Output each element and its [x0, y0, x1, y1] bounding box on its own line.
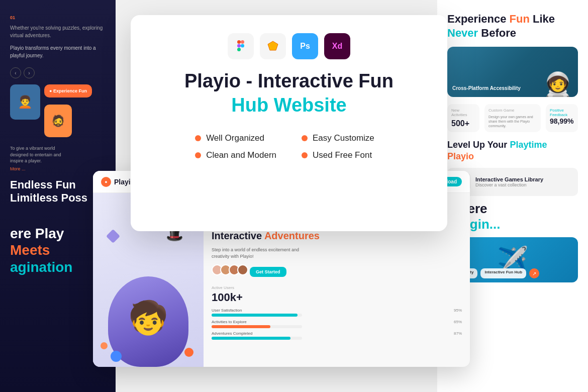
photoshop-icon: Ps [292, 33, 318, 59]
mockup-logo: ● Playio [101, 177, 135, 187]
feature-3: Clean and Modern [195, 150, 276, 160]
left-number: 01 [10, 15, 106, 20]
feature-2: Easy Customize [302, 133, 383, 143]
mini-card-1-title: Interactive Games Library [475, 176, 543, 182]
cross-platform-label: Cross-Platform Accessibility [452, 85, 521, 91]
sketch-icon [260, 33, 286, 59]
left-bottom-desc: To give a vibrant worlddesigned to enter… [10, 145, 106, 164]
get-started-button[interactable]: Get Started [250, 267, 286, 277]
stat-fill-2 [212, 325, 270, 328]
right-character: 🧑‍🚀 [543, 73, 573, 97]
svg-rect-3 [241, 44, 244, 48]
right-fun: Fun [510, 13, 533, 25]
active-users-label: Active Users [212, 285, 462, 290]
stat-custom-desc: Design your own games and share them wit… [488, 115, 537, 128]
img-label: Cross-Platform Accessibility [452, 83, 521, 92]
character-emoji: 🧒 [128, 299, 168, 337]
playio-text: Playio [447, 151, 474, 161]
features-grid: Well Organized Easy Customize Clean and … [195, 133, 383, 160]
right-title: Experience Fun Like Never Before [447, 12, 578, 40]
left-subtext: Whether you're solving puzzles, explorin… [10, 24, 106, 39]
stat-box-feedback: Positive Feedback 98,99% [546, 104, 578, 132]
stat-bars: User Satisfaction 95% Activities to Expl… [212, 308, 462, 340]
stat-feedback-label: Positive Feedback [550, 108, 574, 117]
center-subtitle: Hub Website [231, 94, 346, 116]
right-stats-row: New Activities 500+ Custom Game Design y… [447, 104, 578, 132]
stat-row-3: Adventures Completed 87% [212, 331, 462, 340]
left-desc: Playio transforms every moment into a pl… [10, 44, 106, 59]
feature-dot-3 [195, 152, 201, 158]
hero-avatars [212, 264, 246, 275]
hero-adventures: Adventures [264, 230, 320, 241]
stat-label-2: Activities to Explore 65% [212, 320, 462, 324]
feature-dot-4 [302, 152, 308, 158]
left-repeat-headline: ere Play Meets agination [10, 225, 106, 276]
meets-text: Meets [10, 242, 50, 258]
stat-new-activities-label: New Activities [451, 108, 475, 117]
stat-custom-label: Custom Game [488, 108, 537, 113]
ball-3 [111, 351, 122, 362]
center-card: Ps Xd Playio - Interactive Fun Hub Websi… [131, 15, 447, 231]
feature-4: Used Free Font [302, 150, 383, 160]
right-like: Like [533, 13, 555, 25]
tag-interactive: Interactive Fun Hub [480, 268, 526, 278]
feature-dot-1 [195, 135, 201, 141]
mini-card-1-content: Interactive Games Library Discover a vas… [475, 176, 543, 187]
hero-description: Step into a world of endless excitement … [212, 247, 307, 259]
stat-new-activities-value: 500+ [451, 119, 475, 128]
center-title: Playio - Interactive Fun [184, 70, 394, 92]
xd-icon: Xd [324, 33, 350, 59]
right-section-2-title: Level Up Your Playtime Playio [447, 139, 578, 162]
stat-label-1: User Satisfaction 95% [212, 308, 462, 313]
hero-interactive: Interactive [212, 230, 262, 241]
feature-label-3: Clean and Modern [206, 150, 276, 160]
stat-bg-2 [212, 325, 302, 328]
right-experience: Experience [447, 13, 506, 25]
stat-bg-3 [212, 337, 302, 340]
svg-rect-4 [237, 48, 241, 51]
left-more-link[interactable]: More ... [10, 166, 106, 171]
playtime-text: Playtime [510, 140, 547, 150]
stat-label-3: Adventures Completed 87% [212, 331, 462, 336]
ball-2 [101, 342, 108, 349]
stat-row-2: Activities to Explore 65% [212, 320, 462, 328]
left-nav: ‹ › [10, 67, 106, 78]
stat-pct-2: 65% [454, 320, 462, 324]
char-box-1: 🧑‍🦱 [10, 84, 40, 120]
endless-text: Endless Fun Limitless Poss [10, 178, 106, 205]
stat-pct-1: 95% [454, 308, 462, 313]
right-before: Before [481, 27, 516, 39]
avatar-4 [237, 264, 248, 275]
svg-rect-2 [237, 44, 241, 48]
right-hero-image: Cross-Platform Accessibility 🧑‍🚀 [447, 47, 578, 97]
stat-fill-1 [212, 314, 298, 317]
active-users-count: 100k+ [212, 291, 462, 304]
svg-rect-0 [237, 40, 241, 44]
feature-label-1: Well Organized [206, 133, 264, 143]
left-characters: 🧑‍🦱 ● Experience Fun 🧔 [10, 84, 106, 137]
hero-cta-row: Get Started [212, 264, 462, 279]
stat-fill-3 [212, 337, 290, 340]
stat-pct-3: 87% [454, 331, 462, 336]
feature-label-2: Easy Customize [313, 133, 374, 143]
char-box-2: 🧔 [44, 105, 72, 137]
mini-card-1-sub: Discover a vast collection [475, 182, 543, 187]
nav-next[interactable]: › [24, 67, 35, 78]
figma-icon [228, 33, 254, 59]
svg-rect-1 [241, 40, 244, 44]
stat-feedback-value: 98,99% [550, 117, 574, 125]
feature-dot-2 [302, 135, 308, 141]
ball-1 [184, 348, 193, 357]
experience-badge: ● Experience Fun [44, 84, 92, 97]
nav-prev[interactable]: ‹ [10, 67, 21, 78]
stat-row-1: User Satisfaction 95% [212, 308, 462, 317]
logo-icon: ● [101, 177, 111, 187]
float-diamond [106, 229, 120, 243]
character-wrapper: 🧒 🎩 [98, 221, 199, 367]
right-never: Never [447, 27, 478, 39]
feature-1: Well Organized [195, 133, 276, 143]
tag-arrow-icon[interactable]: ↗ [529, 268, 539, 278]
feature-label-4: Used Free Font [313, 150, 372, 160]
stat-box-new-activities: New Activities 500+ [447, 104, 479, 132]
stat-box-custom-game: Custom Game Design your own games and sh… [484, 104, 541, 132]
